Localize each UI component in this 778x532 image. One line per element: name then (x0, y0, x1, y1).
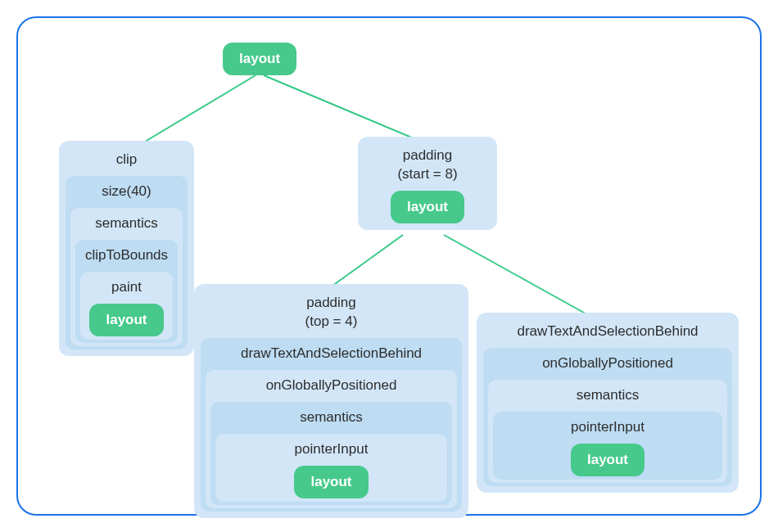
root-node: layout (223, 43, 296, 75)
modifier-label: clipToBounds (79, 243, 174, 268)
modifier-layer: pointerInput layout (493, 412, 722, 480)
leaf-right-node: drawTextAndSelectionBehind onGloballyPos… (477, 313, 739, 493)
modifier-label: onGloballyPositioned (536, 351, 680, 376)
edge-root-left (133, 75, 256, 149)
modifier-label: onGloballyPositioned (260, 373, 404, 399)
modifier-layer: semantics pointerInput layout (488, 380, 727, 483)
edge-mid-leafL (329, 235, 403, 288)
modifier-label: pointerInput (288, 437, 375, 462)
modifier-layer: pointerInput layout (215, 434, 447, 502)
leaf-left-node: padding (top = 4) drawTextAndSelectionBe… (194, 284, 468, 518)
modifier-layer: onGloballyPositioned semantics pointerIn… (483, 348, 732, 486)
modifier-label: padding (start = 8) (391, 143, 464, 187)
layout-chip: layout (294, 466, 368, 498)
modifier-label: semantics (570, 383, 646, 408)
modifier-label: paint (105, 275, 148, 300)
modifier-label: semantics (293, 405, 369, 431)
modifier-label: drawTextAndSelectionBehind (510, 319, 704, 345)
layout-chip: layout (571, 444, 645, 476)
modifier-label: clip (110, 147, 144, 173)
modifier-label: pointerInput (564, 415, 651, 440)
diagram-frame: layout clip size(40) semantics clipToBou… (16, 16, 762, 516)
modifier-layer: onGloballyPositioned semantics pointerIn… (206, 370, 457, 508)
layout-chip: layout (391, 191, 464, 223)
modifier-layer: size(40) semantics clipToBounds paint la… (66, 176, 188, 349)
layout-chip: layout (89, 304, 163, 336)
mid-node: padding (start = 8) layout (358, 137, 497, 230)
modifier-label: semantics (88, 211, 165, 237)
edge-root-mid (264, 75, 419, 141)
left-node: clip size(40) semantics clipToBounds pai… (59, 141, 194, 356)
modifier-layer: semantics clipToBounds paint layout (70, 208, 183, 346)
modifier-layer: semantics pointerInput layout (210, 402, 452, 505)
modifier-label: size(40) (95, 179, 157, 205)
modifier-label: padding (top = 4) (299, 291, 364, 335)
modifier-layer: paint layout (80, 272, 173, 340)
modifier-layer: drawTextAndSelectionBehind onGloballyPos… (201, 338, 462, 512)
modifier-label: drawTextAndSelectionBehind (234, 341, 428, 367)
modifier-layer: clipToBounds paint layout (75, 240, 178, 343)
